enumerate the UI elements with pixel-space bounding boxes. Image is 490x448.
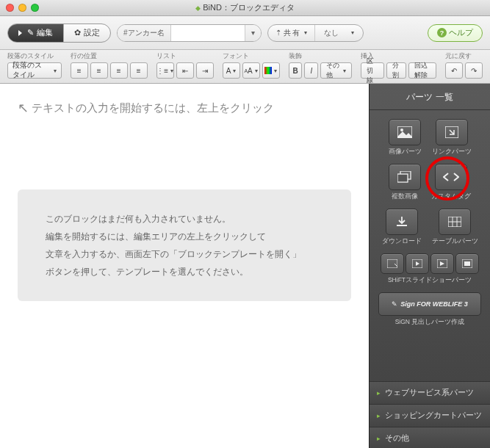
help-button[interactable]: ?ヘルプ [428, 24, 483, 42]
share-label: ⇡共 有▾ [268, 25, 316, 41]
formatting-toolbar: 段落のスタイル 段落のスタイル▾ 行の位置 ≡ ≡ ≡ ≡ リスト ⋮≡▾ ⇤ … [0, 50, 490, 84]
slideshow-buttons [381, 253, 479, 274]
indent-button[interactable]: ⇥ [196, 62, 214, 79]
svg-rect-9 [387, 259, 397, 268]
empty-message: このブロックはまだ何も入力されていません。 編集を開始するには、編集エリアの左上… [18, 189, 351, 301]
image-part-label: 画像パーツ [389, 148, 422, 156]
link-part-label: リンクパーツ [432, 148, 472, 156]
window-title: ◆ BiND：ブロックエディタ [0, 2, 490, 13]
line-pos-label: 行の位置 [71, 52, 148, 61]
multi-image-label: 複数画像 [392, 192, 418, 201]
svg-point-1 [400, 129, 403, 131]
custom-tag-button[interactable] [435, 164, 467, 190]
image-part-button[interactable] [389, 119, 421, 145]
edit-mode-button[interactable]: ✎編集 [8, 24, 64, 42]
list-button[interactable]: ⋮≡▾ [156, 62, 174, 79]
custom-tag-label: カスタムタグ [431, 192, 471, 201]
decoration-label: 装飾 [289, 52, 352, 61]
para-style-select[interactable]: 段落のスタイル▾ [7, 62, 62, 79]
mode-segment: ✎編集 ✿設定 [7, 24, 111, 43]
align-left-button[interactable]: ≡ [71, 62, 88, 79]
slideshow-2-button[interactable] [406, 253, 429, 274]
align-right-button[interactable]: ≡ [110, 62, 128, 79]
divider-button[interactable]: 区切線 [361, 62, 384, 79]
editor-area[interactable]: ↖テキストの入力を開始するには、左上をクリック このブロックはまだ何も入力されて… [0, 84, 369, 448]
cursor-icon: ↖ [18, 100, 29, 116]
table-part-label: テーブルパーツ [432, 237, 478, 246]
slideshow-label: SHiFTスライドショーパーツ [388, 276, 472, 285]
acc-webservice[interactable]: ▸ウェブサービス系パーツ [370, 381, 490, 404]
anchor-label: #アンカー名 [118, 25, 171, 41]
editor-hint: ↖テキストの入力を開始するには、左上をクリック [18, 100, 351, 116]
font-size-button[interactable]: AA▾ [242, 62, 260, 79]
undo-button[interactable]: ↶ [445, 62, 463, 79]
accordion: ▸ウェブサービス系パーツ ▸ショッピングカートパーツ ▸その他 [370, 381, 490, 448]
anchor-dropdown[interactable]: ▾ [245, 25, 261, 41]
sign-part-label: SiGN 見出しパーツ作成 [395, 318, 465, 327]
download-part-button[interactable] [386, 209, 418, 235]
table-part-button[interactable] [439, 209, 471, 235]
download-part-label: ダウンロード [382, 237, 422, 246]
para-style-label: 段落のスタイル [7, 52, 62, 61]
share-control: ⇡共 有▾ なし▾ [267, 24, 364, 42]
acc-other[interactable]: ▸その他 [370, 427, 490, 448]
font-color-button[interactable]: ▾ [262, 62, 280, 79]
align-justify-button[interactable]: ≡ [130, 62, 148, 79]
align-center-button[interactable]: ≡ [90, 62, 108, 79]
font-family-button[interactable]: A▾ [223, 62, 240, 79]
link-part-button[interactable] [436, 119, 468, 145]
titlebar: ◆ BiND：ブロックエディタ [0, 0, 490, 16]
svg-rect-4 [397, 174, 408, 182]
primary-toolbar: ✎編集 ✿設定 #アンカー名 ▾ ⇡共 有▾ なし▾ ?ヘルプ [0, 16, 490, 50]
sign-part-button[interactable]: ✎Sign FOR WEBLIFE 3 [378, 292, 481, 316]
settings-mode-button[interactable]: ✿設定 [64, 24, 110, 42]
acc-cart[interactable]: ▸ショッピングカートパーツ [370, 404, 490, 427]
undo-label: 元に戻す [445, 52, 483, 61]
parts-panel: パーツ 一覧 画像パーツ リンクパーツ 複数画像 カスタムタグ ダウンロード テ… [369, 84, 490, 448]
anchor-field: #アンカー名 ▾ [117, 24, 262, 42]
slideshow-4-button[interactable] [455, 253, 479, 274]
list-label: リスト [156, 52, 214, 61]
redo-button[interactable]: ↷ [465, 62, 483, 79]
bold-button[interactable]: B [289, 62, 303, 79]
font-label: フォント [223, 52, 280, 61]
split-button[interactable]: 分割 [386, 62, 406, 79]
share-select[interactable]: なし▾ [315, 28, 363, 38]
wrap-button[interactable]: 回込解除 [408, 62, 436, 79]
anchor-input[interactable] [171, 29, 245, 37]
other-deco-button[interactable]: その他▾ [320, 62, 351, 79]
outdent-button[interactable]: ⇤ [176, 62, 194, 79]
italic-button[interactable]: I [304, 62, 318, 79]
slideshow-1-button[interactable] [381, 253, 404, 274]
slideshow-3-button[interactable] [430, 253, 454, 274]
parts-panel-title: パーツ 一覧 [370, 84, 490, 110]
svg-rect-13 [464, 261, 470, 266]
multi-image-button[interactable] [389, 164, 421, 190]
